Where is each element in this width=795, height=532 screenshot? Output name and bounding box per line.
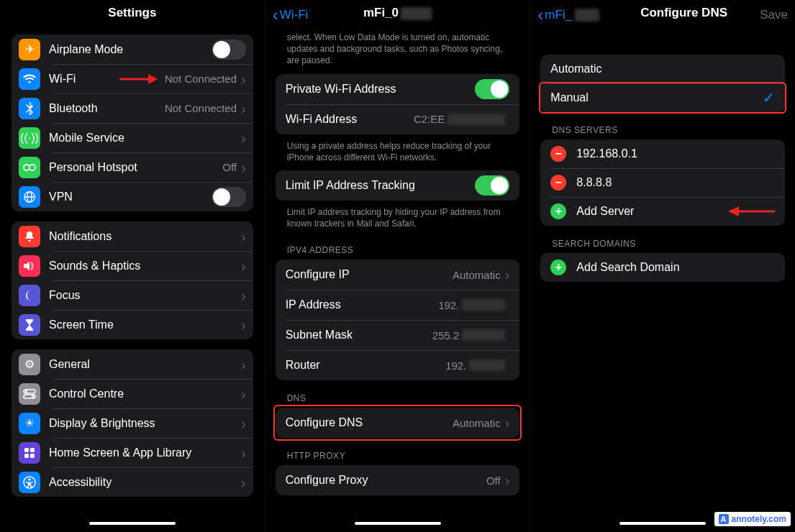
row-vpn[interactable]: VPN xyxy=(12,182,253,211)
vpn-switch[interactable] xyxy=(212,187,246,207)
row-sounds[interactable]: Sounds & Haptics › xyxy=(12,251,253,280)
page-title: mFi_0 xyxy=(363,6,432,20)
row-value: 192. xyxy=(445,359,505,372)
row-accessibility[interactable]: Accessibility › xyxy=(12,467,253,497)
row-dns-server[interactable]: − 8.8.8.8 xyxy=(540,168,785,197)
chevron-right-icon: › xyxy=(505,473,510,487)
row-label: Add Search Domain xyxy=(576,261,775,274)
row-airplane[interactable]: ✈ Airplane Mode xyxy=(12,35,253,64)
chevron-right-icon: › xyxy=(241,259,246,273)
row-value: 255.2 xyxy=(432,329,506,341)
row-add-server[interactable]: + Add Server xyxy=(540,197,785,226)
accessibility-icon xyxy=(19,472,40,493)
private-wifi-switch[interactable] xyxy=(475,79,509,99)
wifi-icon xyxy=(19,68,40,90)
row-label: Configure DNS xyxy=(286,416,453,429)
row-configure-dns[interactable]: Configure DNS Automatic › xyxy=(276,408,520,438)
bell-icon xyxy=(19,226,40,247)
limit-tracking-group: Limit IP Address Tracking xyxy=(276,170,520,201)
chevron-right-icon: › xyxy=(241,72,246,86)
section-header: SEARCH DOMAINS xyxy=(530,230,795,253)
svg-rect-11 xyxy=(24,448,29,452)
row-limit-tracking[interactable]: Limit IP Address Tracking xyxy=(276,170,520,201)
redacted-text xyxy=(469,359,505,371)
home-indicator xyxy=(619,522,706,525)
row-label: Wi-Fi xyxy=(49,73,165,86)
row-label: Mobile Service xyxy=(49,132,241,145)
chevron-right-icon: › xyxy=(241,387,246,401)
section-header: DNS SERVERS xyxy=(530,116,795,139)
row-label: Screen Time xyxy=(49,318,241,331)
row-configure-ip[interactable]: Configure IP Automatic › xyxy=(276,260,520,290)
redacted-text xyxy=(575,9,599,22)
add-icon[interactable]: + xyxy=(550,203,566,219)
settings-group-general: ⚙ General › Control Centre › ☀ Display &… xyxy=(12,349,253,497)
row-focus[interactable]: Focus › xyxy=(12,280,253,310)
row-label: Home Screen & App Library xyxy=(49,446,241,459)
sun-icon: ☀ xyxy=(19,413,40,434)
svg-rect-14 xyxy=(30,454,35,458)
chevron-right-icon: › xyxy=(241,357,246,372)
row-mobile[interactable]: ((·)) Mobile Service › xyxy=(12,123,253,152)
chevron-right-icon: › xyxy=(241,475,246,490)
hourglass-icon xyxy=(19,314,40,336)
back-label: Wi-Fi xyxy=(280,8,309,22)
row-value: Not Connected xyxy=(165,102,237,114)
settings-pane: Settings ✈ Airplane Mode Wi-Fi Not Conne… xyxy=(0,0,265,532)
row-homescreen[interactable]: Home Screen & App Library › xyxy=(12,438,253,467)
ipv4-group: Configure IP Automatic › IP Address 192.… xyxy=(276,260,520,380)
row-label: Subnet Mask xyxy=(286,329,432,341)
row-wifi-address: Wi-Fi Address C2:EE xyxy=(276,104,520,134)
limit-tracking-switch[interactable] xyxy=(475,175,509,196)
row-bluetooth[interactable]: Bluetooth Not Connected › xyxy=(12,93,253,123)
row-general[interactable]: ⚙ General › xyxy=(12,349,253,379)
save-button[interactable]: Save xyxy=(760,8,788,22)
row-value: 192. xyxy=(438,299,505,311)
row-add-search-domain[interactable]: + Add Search Domain xyxy=(540,253,785,282)
back-button[interactable]: ‹ Wi-Fi xyxy=(273,6,309,24)
back-button[interactable]: ‹ mFi_ xyxy=(537,6,599,24)
help-text: select. When Low Data Mode is turned on,… xyxy=(265,30,530,74)
row-mode-manual[interactable]: Manual ✓ xyxy=(540,83,785,112)
chevron-right-icon: › xyxy=(241,446,246,460)
home-indicator xyxy=(355,522,441,525)
row-display[interactable]: ☀ Display & Brightness › xyxy=(12,408,253,438)
chevron-right-icon: › xyxy=(241,416,246,431)
row-mode-automatic[interactable]: Automatic xyxy=(540,55,785,83)
row-label: Private Wi-Fi Address xyxy=(286,83,476,96)
row-label: Airplane Mode xyxy=(49,43,212,56)
row-configure-proxy[interactable]: Configure Proxy Off › xyxy=(276,465,520,495)
chevron-right-icon: › xyxy=(241,229,246,244)
annotely-logo-icon: A xyxy=(719,514,729,524)
row-private-wifi[interactable]: Private Wi-Fi Address xyxy=(276,74,520,104)
row-label: Sounds & Haptics xyxy=(49,260,241,272)
airplane-icon: ✈ xyxy=(19,39,40,60)
row-controlcentre[interactable]: Control Centre › xyxy=(12,379,253,408)
row-label: Display & Brightness xyxy=(49,417,241,430)
row-dns-server[interactable]: − 192.168.0.1 xyxy=(540,139,785,168)
row-label: Focus xyxy=(49,289,241,302)
row-notifications[interactable]: Notifications › xyxy=(12,221,253,251)
svg-point-8 xyxy=(25,390,28,393)
row-router: Router 192. xyxy=(276,350,520,380)
row-value: Not Connected xyxy=(165,73,237,85)
checkmark-icon: ✓ xyxy=(763,89,775,106)
row-value: Automatic xyxy=(453,269,501,281)
row-label: Control Centre xyxy=(49,387,241,400)
row-wifi[interactable]: Wi-Fi Not Connected › xyxy=(12,64,253,93)
svg-point-16 xyxy=(28,478,31,481)
settings-group-network: ✈ Airplane Mode Wi-Fi Not Connected › Bl… xyxy=(12,35,253,211)
svg-rect-12 xyxy=(30,448,35,452)
add-icon[interactable]: + xyxy=(550,260,566,275)
row-screentime[interactable]: Screen Time › xyxy=(12,310,253,339)
airplane-switch[interactable] xyxy=(212,40,246,60)
dns-server-value: 192.168.0.1 xyxy=(576,147,775,160)
dns-servers-group: − 192.168.0.1 − 8.8.8.8 + Add Server xyxy=(540,139,785,226)
remove-icon[interactable]: − xyxy=(550,146,566,162)
chevron-right-icon: › xyxy=(241,288,246,303)
nav-header: ‹ Wi-Fi mFi_0 xyxy=(265,0,530,30)
row-hotspot[interactable]: Personal Hotspot Off › xyxy=(12,152,253,182)
help-text: Limit IP address tracking by hiding your… xyxy=(265,205,530,237)
remove-icon[interactable]: − xyxy=(550,175,566,191)
row-label: Automatic xyxy=(550,63,775,75)
